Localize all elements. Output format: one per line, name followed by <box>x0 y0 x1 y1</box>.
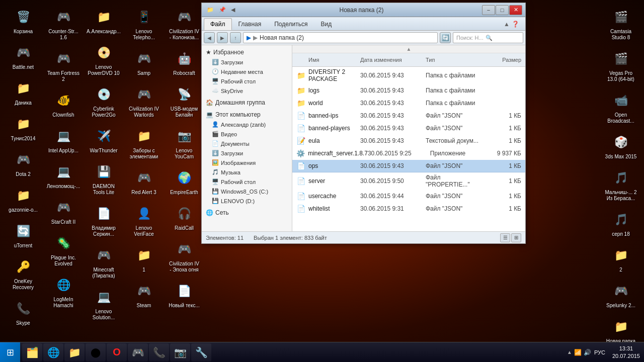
desktop-icon-lenovo-veriface[interactable]: 👤 Lenovo VeriFace <box>126 202 162 239</box>
nav-item-recent[interactable]: 🕐 Недавние места <box>202 67 292 76</box>
nav-item-win-c[interactable]: 💾 Windows8_OS (C:) <box>202 187 292 196</box>
desktop-icon-robocraft[interactable]: 🤖 Robocraft <box>166 47 202 78</box>
tab-share[interactable]: Поделиться <box>268 18 314 30</box>
desktop-icon-tunis2014[interactable]: 📁 Тунис2014 <box>5 112 41 144</box>
tray-expand-icon[interactable]: ▲ <box>567 349 572 355</box>
desktop-icon-num1[interactable]: 📁 1 <box>126 243 162 275</box>
tab-file[interactable]: Файл <box>204 18 232 30</box>
search-box[interactable]: Поиск: Н... 🔍 <box>453 32 523 43</box>
desktop-icon-usb-modem[interactable]: 📡 USB-модем Билайн <box>166 82 202 120</box>
nav-header-favorites[interactable]: ★ Избранное <box>202 47 292 57</box>
desktop-icon-lenovo-dvd[interactable]: 📀 Lenovo PowerDVD 10 <box>86 41 122 78</box>
forward-button[interactable]: ▶ <box>217 32 228 43</box>
nav-item-desktop[interactable]: 🖥️ Рабочий стол <box>202 76 292 86</box>
tab-home[interactable]: Главная <box>232 18 268 30</box>
address-path[interactable]: ▶ ▶ Новая папка (2) <box>243 32 438 43</box>
desktop-icon-zabory[interactable]: 📁 Заборы с элементами <box>126 124 162 162</box>
back-button[interactable]: ◀ <box>204 32 215 43</box>
file-row-eula[interactable]: 📝 eula 30.06.2015 9:43 Текстовый докум..… <box>292 135 525 147</box>
desktop-icon-counter[interactable]: 🎮 Counter-Str... 1.6 <box>45 5 82 43</box>
minimize-button[interactable]: − <box>482 5 495 15</box>
desktop-icon-cyberlink[interactable]: 💿 Cyberlink Power2Go <box>86 82 122 120</box>
desktop-icon-daemon[interactable]: 💾 DAEMON Tools Lite <box>86 160 122 198</box>
close-button[interactable]: ✕ <box>509 5 522 15</box>
nav-header-computer[interactable]: 💻 Этот компьютер <box>202 110 292 120</box>
desktop-icon-aleksandr[interactable]: 📁 А.Александр... <box>86 5 122 37</box>
nav-item-video[interactable]: 🎬 Видео <box>202 129 292 139</box>
desktop-icon-korzina[interactable]: 🗑️ Корзина <box>5 5 41 37</box>
taskbar-app-skype[interactable]: 📞 <box>149 343 169 361</box>
taskbar-app-explorer[interactable]: 🗂️ <box>22 343 42 361</box>
ribbon-help-icon[interactable]: ❓ <box>512 21 519 28</box>
desktop-icon-camtasia[interactable]: 🎬 Camtasia Studio 8 <box>603 5 639 43</box>
file-row-logs[interactable]: 📁 logs 30.06.2015 9:43 Папка с файлами <box>292 84 525 97</box>
desktop-icon-civilization-epo[interactable]: 🎮 Civilization IV - Эпоха огня <box>166 237 202 275</box>
nav-item-alexander[interactable]: 👤 Александр (zanb) <box>202 120 292 129</box>
desktop-icon-lenovo-tel[interactable]: 📱 Lenovo Telephо... <box>126 5 162 43</box>
desktop-icon-dota2[interactable]: 🎮 Dota 2 <box>5 148 41 179</box>
taskbar-app-folder[interactable]: 📁 <box>64 343 85 361</box>
view-tiles-button[interactable]: ⊞ <box>511 233 521 242</box>
desktop-icon-danika[interactable]: 📁 Даника <box>5 76 41 108</box>
desktop-icon-clownfish[interactable]: 🐠 Clownfish <box>45 88 82 120</box>
desktop-icon-spelunky[interactable]: 🎮 Spelunky 2... <box>603 279 639 311</box>
desktop-icon-serp18[interactable]: 🎵 серп 18 <box>603 208 639 239</box>
view-details-button[interactable]: ☰ <box>500 233 510 242</box>
nav-item-skydrive[interactable]: ☁️ SkyDrive <box>202 86 292 96</box>
col-header-size[interactable]: Размер <box>486 57 521 63</box>
taskbar-app-chrome[interactable]: ⬤ <box>86 343 106 361</box>
desktop-icon-3dsmax[interactable]: 🎲 3ds Max 2015 <box>603 130 639 162</box>
taskbar-app-opera[interactable]: O <box>107 343 127 361</box>
col-header-date[interactable]: Дата изменения <box>360 57 426 63</box>
desktop-icon-civilization-war[interactable]: 🎮 Civilization IV Warlords <box>126 82 162 120</box>
nav-item-images[interactable]: 🖼️ Изображения <box>202 158 292 167</box>
desktop-icon-steam[interactable]: 🎮 Steam <box>126 279 162 311</box>
desktop-icon-lenovo-youcam[interactable]: 📷 Lenovo YouCam <box>166 124 202 162</box>
desktop-icon-plague[interactable]: 🦠 Plague Inc. Evolved <box>45 231 82 269</box>
desktop-icon-onekey[interactable]: 🔑 OneKey Recovery <box>5 255 41 293</box>
file-row-banned-players[interactable]: 📄 banned-players 30.06.2015 9:43 Файл "J… <box>292 122 525 135</box>
nav-item-desktop2[interactable]: 🖥️ Рабочий стол <box>202 177 292 187</box>
taskbar-app-camera[interactable]: 📷 <box>170 343 190 361</box>
nav-item-downloads[interactable]: ⬇️ Загрузки <box>202 57 292 67</box>
taskbar-app-other[interactable]: 🔧 <box>191 343 211 361</box>
ribbon-collapse-icon[interactable]: ▲ <box>504 21 510 28</box>
nav-item-downloads2[interactable]: ⬇️ Загрузки <box>202 148 292 158</box>
nav-item-lenovo-d[interactable]: 💾 LENOVO (D:) <box>202 196 292 206</box>
desktop-icon-civilization-col[interactable]: 🎮 Civilization IV - Колониза... <box>166 5 202 43</box>
desktop-icon-gazunnie[interactable]: 📁 gazonnie-o... <box>5 184 41 215</box>
desktop-icon-lenovo-voice[interactable]: 💻 Ленопомощ-... <box>45 160 82 192</box>
desktop-icon-skype[interactable]: 📞 Skype <box>5 297 41 328</box>
desktop-icon-minecraft[interactable]: 🎮 Minecraft (Пиратка) <box>86 243 122 281</box>
file-row-world[interactable]: 📁 world 30.06.2015 9:43 Папка с файлами <box>292 97 525 110</box>
file-row-whitelist[interactable]: 📄 whitelist 30.06.2015 9:31 Файл "JSON" … <box>292 203 525 215</box>
desktop-icon-intel[interactable]: 💻 Intel AppUp... <box>45 124 82 156</box>
col-header-name[interactable]: Имя <box>308 57 360 63</box>
maximize-button[interactable]: □ <box>496 5 509 15</box>
desktop-icon-utorrent[interactable]: 🔄 uTorrent <box>5 219 41 251</box>
desktop-icon-redalert3[interactable]: 🎮 Red Alert 3 <box>126 166 162 198</box>
desktop-icon-warthunder[interactable]: ✈️ WarThunder <box>86 124 122 156</box>
desktop-icon-empireearth[interactable]: 🌍 EmpireEarth <box>166 166 202 198</box>
desktop-icon-teamfortress[interactable]: 🎮 Team Fortress 2 <box>45 47 82 84</box>
desktop-icon-samp[interactable]: 🎮 Samp <box>126 47 162 78</box>
taskbar-app-ie[interactable]: 🌐 <box>43 343 63 361</box>
desktop-icon-logmein[interactable]: 🌐 LogMeIn Hamachi <box>45 273 82 311</box>
file-row-ops[interactable]: 📄 ops 30.06.2015 9:43 Файл "JSON" 1 КБ <box>292 160 525 172</box>
desktop-icon-starcraft2[interactable]: 🎮 StarCraft II <box>45 196 82 227</box>
file-row-banned-ips[interactable]: 📄 banned-ips 30.06.2015 9:43 Файл "JSON"… <box>292 110 525 122</box>
tb-back[interactable]: ◀ <box>229 6 237 14</box>
desktop-icon-open-broadcast[interactable]: 📹 Open Broadcast... <box>603 88 639 126</box>
file-row-server[interactable]: 📄 server 30.06.2015 9:50 Файл "PROPERTIE… <box>292 172 525 190</box>
nav-item-documents[interactable]: 📄 Документы <box>202 139 292 148</box>
refresh-button[interactable]: 🔄 <box>440 32 451 43</box>
tb-pin[interactable]: 📌 <box>217 6 228 14</box>
nav-header-network[interactable]: 🌐 Сеть <box>202 208 292 218</box>
nav-header-homegroup[interactable]: 🏠 Домашняя группа <box>202 98 292 108</box>
col-header-type[interactable]: Тип <box>426 57 486 63</box>
file-row-minecraft-server[interactable]: ⚙️ minecraft_server.1.8.7 30.06.2015 9:2… <box>292 147 525 160</box>
desktop-icon-novyi-tekst[interactable]: 📄 Новый текс... <box>166 279 202 311</box>
tab-view[interactable]: Вид <box>314 18 338 30</box>
file-row-usercache[interactable]: 📄 usercache 30.06.2015 9:44 Файл "JSON" … <box>292 190 525 203</box>
taskbar-app-steam[interactable]: 🎮 <box>128 343 148 361</box>
